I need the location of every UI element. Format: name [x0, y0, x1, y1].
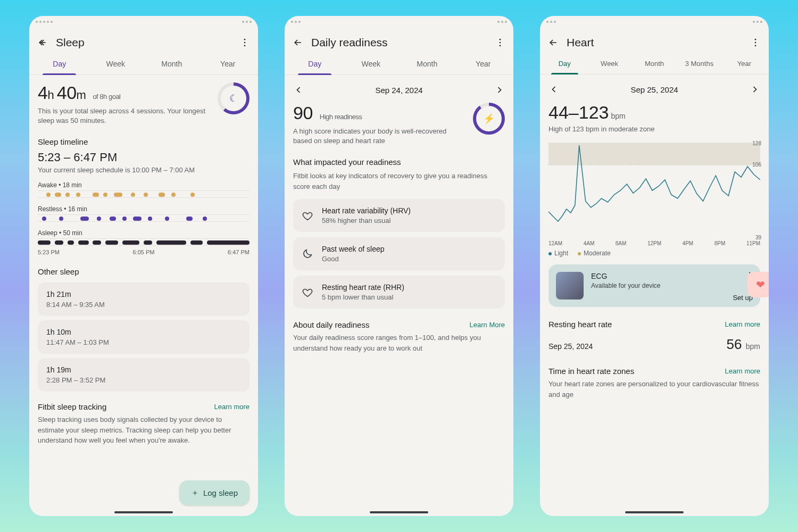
tab-3months[interactable]: 3 Months: [677, 54, 721, 74]
heart-icon: [302, 210, 313, 221]
page-title: Heart: [567, 36, 742, 49]
chart-x-axis: 12AM4AM8AM 12PM4PM8PM 11PM: [548, 240, 760, 246]
tab-week[interactable]: Week: [343, 54, 400, 74]
other-sleep-list: 1h 21m8:14 AM – 9:35 AM 1h 10m11:47 AM –…: [38, 282, 250, 392]
sleep-total: 4h 40m of 8h goal: [38, 82, 211, 103]
timeline-asleep-label: Asleep • 50 min: [38, 229, 250, 237]
timeline-restless-bar: [38, 214, 250, 222]
back-button[interactable]: [37, 37, 48, 48]
timeline-awake-bar: [38, 190, 250, 198]
ecg-thumbnail: [556, 272, 584, 300]
readiness-ring: ⚡: [473, 103, 505, 135]
readiness-score: 90 High readiness: [293, 103, 467, 123]
tab-day[interactable]: Day: [31, 54, 88, 74]
status-bar: [29, 16, 258, 31]
svg-point-3: [500, 39, 501, 40]
next-day-button[interactable]: [750, 84, 760, 95]
sleep-goal-ring: ☾: [218, 82, 250, 114]
zones-learn-more-link[interactable]: Learn more: [725, 367, 760, 375]
prev-day-button[interactable]: [548, 84, 559, 95]
tab-year[interactable]: Year: [200, 54, 256, 74]
heart-rate-chart[interactable]: 128 106 39: [548, 143, 760, 238]
timeline-awake-label: Awake • 18 min: [38, 181, 250, 189]
tab-day[interactable]: Day: [542, 54, 587, 74]
home-indicator: [370, 511, 428, 513]
impacts-heading: What impacted your readiness: [293, 157, 505, 167]
next-day-button[interactable]: [494, 85, 505, 95]
readiness-about-heading: About daily readiness: [293, 320, 369, 329]
back-button[interactable]: [292, 37, 304, 48]
date-label: Sep 24, 2024: [375, 86, 422, 95]
tab-year[interactable]: Year: [722, 54, 767, 74]
rhr-learn-more-link[interactable]: Learn more: [725, 320, 760, 328]
timeline-asleep-bar: [38, 238, 250, 246]
other-sleep-item[interactable]: 1h 19m2:28 PM – 3:52 PM: [38, 358, 250, 392]
chart-legend: Light Moderate: [548, 250, 760, 257]
home-indicator: [114, 511, 173, 513]
timeline-restless-label: Restless • 16 min: [38, 205, 250, 213]
plus-icon: ＋: [191, 488, 199, 498]
log-sleep-fab[interactable]: ＋ Log sleep: [179, 480, 250, 505]
sleep-learn-more-link[interactable]: Learn more: [214, 403, 250, 411]
prev-day-button[interactable]: [293, 85, 304, 95]
readiness-screen: Daily readiness Day Week Month Year Sep …: [285, 16, 513, 516]
tab-month[interactable]: Month: [144, 54, 200, 74]
sleep-schedule-desc: Your current sleep schedule is 10:00 PM …: [38, 166, 250, 174]
timeline-axis: 5:23 PM6:05 PM6:47 PM: [38, 249, 250, 255]
svg-point-0: [244, 39, 246, 40]
heart-screen: Heart Day Week Month 3 Months Year Sep 2…: [540, 16, 769, 516]
readiness-learn-more-link[interactable]: Learn More: [470, 321, 505, 329]
date-label: Sep 25, 2024: [630, 85, 678, 94]
impacts-desc: Fitbit looks at key indicators of recove…: [293, 171, 505, 192]
status-bar: [285, 16, 513, 31]
sleep-about-heading: Fitbit sleep tracking: [38, 402, 106, 411]
sleep-timeline-range: 5:23 – 6:47 PM: [38, 151, 250, 164]
readiness-desc: A high score indicates your body is well…: [293, 127, 467, 146]
sleep-about-text: Sleep tracking uses body signals collect…: [38, 414, 250, 446]
zones-desc: Your heart rate zones are personalized t…: [548, 379, 760, 400]
next-card-peek[interactable]: ❤: [747, 272, 769, 297]
heart-rate-range: 44–123bpm: [548, 102, 760, 123]
other-sleep-item[interactable]: 1h 21m8:14 AM – 9:35 AM: [38, 282, 250, 316]
svg-point-7: [755, 42, 757, 44]
heart-rate-subtitle: High of 123 bpm in moderate zone: [548, 125, 760, 133]
tab-month[interactable]: Month: [399, 54, 455, 74]
status-bar: [540, 16, 769, 31]
sleep-screen: Sleep Day Week Month Year 4h 40m of 8h g…: [29, 16, 258, 516]
timeframe-tabs: Day Week Month Year: [29, 51, 258, 75]
impact-item-rhr[interactable]: Resting heart rate (RHR)5 bpm lower than…: [293, 276, 505, 309]
sleep-timeline-heading: Sleep timeline: [38, 137, 250, 146]
rhr-value: 56 bpm: [727, 336, 760, 353]
timeframe-tabs: Day Week Month 3 Months Year: [540, 51, 769, 74]
home-indicator: [625, 511, 684, 513]
moon-icon: [302, 248, 313, 260]
heart-plus-icon: ❤: [756, 278, 765, 291]
overflow-menu-button[interactable]: [494, 37, 506, 48]
impact-item-hrv[interactable]: Heart rate variability (HRV)58% higher t…: [293, 199, 505, 232]
svg-point-1: [244, 42, 246, 44]
rhr-date: Sep 25, 2024: [548, 342, 593, 351]
other-sleep-item[interactable]: 1h 10m11:47 AM – 1:03 PM: [38, 320, 250, 354]
tab-month[interactable]: Month: [632, 54, 677, 74]
sleep-summary-desc: This is your total sleep across 4 sessio…: [38, 106, 211, 126]
svg-point-2: [244, 45, 246, 47]
activity-icon: ⚡: [483, 113, 495, 124]
overflow-menu-button[interactable]: [750, 37, 761, 48]
tab-week[interactable]: Week: [587, 54, 631, 74]
moon-icon: ☾: [229, 93, 238, 104]
svg-point-6: [755, 39, 757, 40]
overflow-menu-button[interactable]: [239, 37, 251, 48]
zones-heading: Time in heart rate zones: [548, 367, 634, 376]
svg-point-8: [755, 45, 757, 47]
timeframe-tabs: Day Week Month Year: [285, 51, 513, 75]
page-title: Sleep: [56, 36, 231, 49]
ecg-promo-card[interactable]: ECG Available for your device ✕ Set up: [548, 264, 760, 307]
other-sleep-heading: Other sleep: [38, 267, 250, 276]
back-button[interactable]: [547, 37, 559, 48]
impact-item-sleep[interactable]: Past week of sleepGood: [293, 237, 505, 270]
tab-year[interactable]: Year: [455, 54, 512, 74]
tab-day[interactable]: Day: [287, 54, 343, 74]
tab-week[interactable]: Week: [88, 54, 144, 74]
heart-outline-icon: [302, 286, 313, 298]
page-title: Daily readiness: [311, 36, 487, 49]
